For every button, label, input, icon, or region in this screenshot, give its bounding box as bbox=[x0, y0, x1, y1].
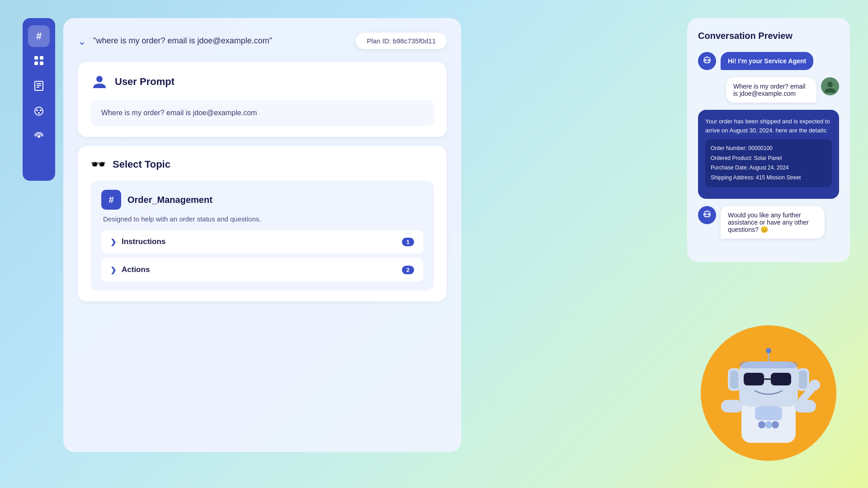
svg-rect-32 bbox=[771, 373, 791, 385]
user-prompt-title: User Prompt bbox=[115, 76, 175, 88]
bot-avatar-2 bbox=[698, 206, 716, 224]
svg-point-12 bbox=[38, 135, 40, 138]
conversation-preview-panel: Conversation Preview Hi! I'm your Servic… bbox=[687, 18, 850, 262]
user-prompt-section: User Prompt Where is my order? email is … bbox=[78, 62, 447, 137]
signal-icon bbox=[34, 131, 44, 144]
topic-header: 🕶️ Select Topic bbox=[90, 157, 434, 172]
svg-rect-39 bbox=[721, 400, 743, 413]
select-topic-section: 🕶️ Select Topic # Order_Management Desig… bbox=[78, 146, 447, 301]
actions-chevron-icon: ❯ bbox=[110, 266, 116, 274]
instructions-label: Instructions bbox=[122, 237, 396, 246]
svg-rect-20 bbox=[710, 60, 711, 61]
bot-response-intro: Your order has been shipped and is expec… bbox=[705, 117, 832, 135]
user-icon bbox=[90, 73, 108, 91]
user-avatar bbox=[821, 77, 839, 95]
instructions-row[interactable]: ❯ Instructions 1 bbox=[101, 230, 423, 253]
bot-followup-bubble: Would you like any further assistance or… bbox=[721, 206, 825, 239]
sidebar-item-palette[interactable] bbox=[28, 101, 50, 123]
svg-point-48 bbox=[809, 380, 820, 390]
bot-greeting-row: Hi! I'm your Service Agent bbox=[698, 52, 839, 70]
svg-rect-31 bbox=[744, 373, 764, 385]
svg-rect-3 bbox=[40, 61, 43, 65]
svg-point-42 bbox=[758, 421, 765, 428]
svg-point-8 bbox=[35, 107, 43, 115]
header-query: "where is my order? email is jdoe@exampl… bbox=[93, 36, 272, 46]
svg-point-18 bbox=[707, 56, 708, 57]
shipping-address: Shipping Address: 415 Mission Street bbox=[711, 173, 826, 183]
header-left: ⌄ "where is my order? email is jdoe@exam… bbox=[78, 36, 272, 47]
palette-icon bbox=[34, 106, 44, 118]
sidebar-item-grid[interactable] bbox=[28, 51, 50, 72]
svg-point-13 bbox=[96, 76, 103, 82]
bot-followup-row: Would you like any further assistance or… bbox=[698, 206, 839, 239]
svg-point-11 bbox=[38, 112, 40, 114]
main-panel: ⌄ "where is my order? email is jdoe@exam… bbox=[63, 18, 461, 452]
glasses-icon: 🕶️ bbox=[90, 157, 106, 172]
svg-point-22 bbox=[705, 213, 707, 215]
header-row: ⌄ "where is my order? email is jdoe@exam… bbox=[78, 33, 447, 49]
mascot-area bbox=[687, 316, 850, 470]
svg-point-46 bbox=[766, 348, 771, 353]
sidebar-item-hash[interactable]: # bbox=[28, 25, 50, 47]
instructions-chevron-icon: ❯ bbox=[110, 238, 116, 246]
sidebar-item-book[interactable] bbox=[28, 76, 50, 98]
plan-id-badge: Plan ID: b98c735f0d11 bbox=[356, 33, 447, 49]
svg-rect-19 bbox=[703, 60, 704, 61]
topic-name: Order_Management bbox=[127, 195, 212, 205]
sidebar-item-signal[interactable] bbox=[28, 127, 50, 148]
book-icon bbox=[34, 81, 44, 93]
topic-hashtag-icon: # bbox=[101, 190, 121, 210]
svg-rect-1 bbox=[40, 56, 43, 60]
svg-rect-0 bbox=[34, 56, 38, 60]
svg-rect-28 bbox=[710, 214, 711, 216]
user-message-row: Where is my order? email is jdoe@example… bbox=[698, 77, 839, 103]
svg-point-10 bbox=[40, 109, 42, 111]
svg-rect-41 bbox=[755, 407, 782, 420]
ordered-product: Ordered Product: Solar Panel bbox=[711, 154, 826, 164]
select-topic-title: Select Topic bbox=[113, 159, 170, 170]
topic-card-header: # Order_Management bbox=[101, 190, 423, 210]
svg-rect-49 bbox=[739, 361, 798, 368]
svg-point-21 bbox=[827, 82, 833, 87]
grid-icon bbox=[34, 56, 44, 68]
bot-large-response: Your order has been shipped and is expec… bbox=[698, 110, 839, 199]
topic-description: Designed to help with an order status an… bbox=[101, 215, 423, 223]
user-prompt-header: User Prompt bbox=[90, 73, 434, 91]
purchase-date: Purchase Date: August 24, 2024 bbox=[711, 163, 826, 173]
actions-label: Actions bbox=[122, 265, 396, 274]
svg-point-14 bbox=[705, 59, 707, 61]
svg-point-44 bbox=[772, 421, 779, 428]
mascot-circle bbox=[701, 325, 836, 461]
bot-avatar-1 bbox=[698, 52, 716, 70]
actions-row[interactable]: ❯ Actions 2 bbox=[101, 258, 423, 282]
svg-point-9 bbox=[36, 109, 38, 111]
sidebar: # bbox=[23, 18, 55, 181]
chevron-down-icon[interactable]: ⌄ bbox=[78, 36, 89, 47]
order-details-box: Order Number: 00000100 Ordered Product: … bbox=[705, 139, 832, 187]
instructions-count: 1 bbox=[402, 238, 414, 246]
prompt-text: Where is my order? email is jdoe@example… bbox=[90, 100, 434, 126]
svg-point-15 bbox=[708, 59, 709, 61]
svg-point-43 bbox=[765, 421, 772, 428]
svg-rect-37 bbox=[799, 371, 807, 389]
hash-icon: # bbox=[36, 30, 42, 42]
svg-point-23 bbox=[708, 213, 709, 215]
svg-rect-36 bbox=[730, 371, 738, 389]
chat-container: Hi! I'm your Service Agent Where is my o… bbox=[698, 52, 839, 239]
user-bubble: Where is my order? email is jdoe@example… bbox=[726, 77, 816, 103]
svg-rect-2 bbox=[34, 61, 38, 65]
order-number: Order Number: 00000100 bbox=[711, 144, 826, 154]
svg-point-26 bbox=[707, 210, 708, 211]
conversation-preview-title: Conversation Preview bbox=[698, 31, 839, 41]
order-management-card: # Order_Management Designed to help with… bbox=[90, 181, 434, 291]
actions-count: 2 bbox=[402, 266, 414, 274]
bot-greeting-bubble: Hi! I'm your Service Agent bbox=[721, 52, 813, 70]
robot-mascot-svg bbox=[714, 334, 823, 461]
svg-rect-27 bbox=[703, 214, 704, 216]
